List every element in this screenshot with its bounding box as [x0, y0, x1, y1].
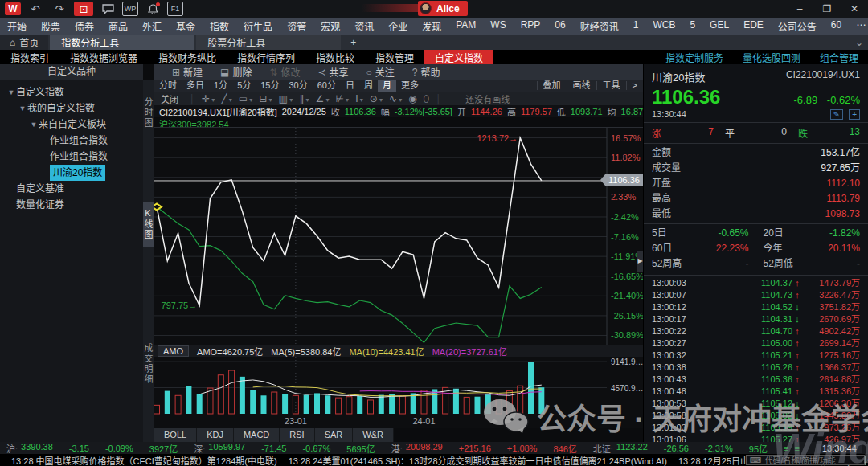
menu-item-发现[interactable]: 发现	[415, 19, 448, 33]
tree-node[interactable]: ▼自定义指数	[0, 84, 143, 100]
draw-tool-icon-5[interactable]: ∥ ▾	[299, 93, 309, 104]
menu-item-宏观[interactable]: 宏观	[313, 19, 347, 33]
draw-tool-icon-10[interactable]: ∿ ▾	[389, 93, 402, 104]
chart-action->[interactable]: >	[626, 81, 643, 90]
menu-right-item-PAM[interactable]: PAM	[448, 19, 483, 33]
tree-node[interactable]: 作业组合指数	[0, 149, 143, 165]
tree-node[interactable]: 自定义基准	[0, 181, 143, 197]
menu-right-item-1[interactable]: 1	[626, 19, 646, 33]
notification-bell-icon[interactable]	[143, 2, 162, 16]
tree-expand-icon[interactable]: ▼	[29, 117, 39, 133]
drawing-close-button[interactable]: 关闭	[161, 92, 178, 105]
menu-item-企业[interactable]: 企业	[381, 19, 415, 33]
toolbar-button-关注[interactable]: ○关注	[366, 65, 395, 79]
tree-node[interactable]: 作业组合指数	[0, 133, 143, 149]
f1-help-icon[interactable]: F1	[167, 2, 183, 16]
screenshot-crop-icon[interactable]: ⊡	[74, 2, 93, 16]
menu-item-衍生品[interactable]: 衍生品	[236, 19, 280, 33]
menu-item-资讯[interactable]: 资讯	[347, 19, 381, 33]
submenu-link-量化选股回测[interactable]: 量化选股回测	[733, 51, 810, 64]
indicator-tab-MACD[interactable]: MACD	[234, 428, 280, 442]
period-button-多日[interactable]: 多日	[182, 80, 209, 92]
tree-expand-icon[interactable]: ▼	[6, 84, 16, 100]
submenu-item-active[interactable]: 自定义指数	[424, 50, 493, 64]
menu-right-item-公司公告[interactable]: 公司公告	[771, 19, 824, 33]
tree-node[interactable]: 川渝20指数	[0, 165, 143, 181]
period-button-1分[interactable]: 1分	[209, 80, 232, 92]
menu-right-item-GEL[interactable]: GEL	[702, 19, 736, 33]
submenu-item-指数管理[interactable]: 指数管理	[365, 50, 424, 64]
draw-tool-icon-12[interactable]: ⬯	[424, 93, 430, 104]
edit-icon[interactable]: ✎	[830, 109, 843, 120]
menu-right-item-WS[interactable]: WS	[483, 19, 513, 33]
menu-right-item-06[interactable]: 06	[547, 19, 572, 33]
chart-action-工具[interactable]: 工具	[596, 81, 626, 90]
menu-item-商品[interactable]: 商品	[101, 19, 135, 33]
submenu-link-组合管理[interactable]: 组合管理	[810, 51, 868, 64]
chat-icon[interactable]	[98, 2, 117, 16]
menu-right-item-⋯[interactable]: ⋯	[849, 19, 868, 33]
tab-trade-detail[interactable]: 成交明细	[143, 338, 154, 390]
draw-tool-icon-1[interactable]: ╱ ▾	[221, 93, 231, 104]
tree-node[interactable]: ▼来自自定义板块	[0, 117, 143, 133]
list-icons[interactable]: ≡ ≡	[784, 444, 801, 453]
draw-tool-icon-11[interactable]: ◉	[408, 93, 416, 104]
news-item[interactable]: 13:28 24美置01(241465.SH)：13时28分成交到期收益率较前一…	[289, 454, 667, 466]
indicator-tab-W&R[interactable]: W&R	[353, 428, 394, 442]
indicator-tab-SAR[interactable]: SAR	[315, 428, 354, 442]
submenu-item-指数数据浏览器[interactable]: 指数数据浏览器	[59, 50, 148, 64]
menu-item-基金[interactable]: 基金	[169, 19, 203, 33]
tick-list[interactable]: 13:00:031104.37↑1473.79万13:00:071104.73↑…	[644, 276, 868, 460]
workspace-tab-股票分析工具[interactable]: 股票分析工具	[196, 35, 341, 50]
submenu-item-指数索引[interactable]: 指数索引	[0, 50, 59, 64]
period-button-5分[interactable]: 5分	[232, 80, 256, 92]
toolbar-button-删除[interactable]: ⬓删除	[220, 65, 252, 79]
close-button[interactable]: ✕	[841, 0, 868, 18]
draw-tool-icon-3[interactable]: ⊟ ▾	[259, 93, 272, 104]
tree-node[interactable]: 数量化证券	[0, 197, 143, 213]
draw-tool-icon-2[interactable]: ▭ ▾	[239, 93, 253, 104]
indicator-tab-KDJ[interactable]: KDJ	[197, 428, 234, 442]
menu-item-外汇[interactable]: 外汇	[135, 19, 169, 33]
submenu-item-指数行情序列[interactable]: 指数行情序列	[227, 50, 305, 64]
draw-tool-icon-8[interactable]: I ▾	[355, 93, 363, 104]
period-button-月[interactable]: 月	[378, 80, 396, 92]
menu-right-item-5[interactable]: 5	[682, 19, 702, 33]
menu-item-债券[interactable]: 债券	[68, 19, 101, 33]
add-icon[interactable]: +	[849, 109, 860, 120]
tab-kline-chart[interactable]: K线图	[143, 202, 154, 247]
tree-node[interactable]: ▼我的自定义指数	[0, 100, 143, 117]
tree-expand-icon[interactable]: ▼	[18, 100, 27, 117]
submenu-item-指数财务纵比[interactable]: 指数财务纵比	[148, 50, 227, 64]
toolbar-button-共享[interactable]: ≺共享	[318, 65, 349, 79]
volume-chart[interactable]: 9141.9…4570.9…23-0124-01	[154, 357, 643, 428]
panel-splitter-handle[interactable]: ▶	[637, 251, 643, 272]
menu-right-item-WCB[interactable]: WCB	[645, 19, 682, 33]
period-button-分时[interactable]: 分时	[154, 80, 182, 92]
period-button-日[interactable]: 日	[341, 80, 359, 92]
tab-intraday-chart[interactable]: 分时图	[143, 92, 154, 133]
chart-action-叠加[interactable]: 叠加	[537, 81, 567, 90]
news-item[interactable]: 13:28 中国电煤采购价格指数（CECI曹妃甸指数）第1284期(中电联)	[11, 454, 277, 466]
submenu-item-指数比较[interactable]: 指数比较	[305, 50, 365, 64]
draw-tool-icon-4[interactable]: ▥ ▾	[279, 93, 293, 104]
code-search-box[interactable]: ⌨ 代码/名称/简拼/功能	[746, 455, 865, 465]
undo-icon[interactable]: ↶	[26, 2, 45, 16]
menu-item-股票[interactable]: 股票	[34, 19, 68, 33]
period-button-更多[interactable]: 更多	[396, 80, 424, 92]
add-tab-button[interactable]: +	[341, 35, 366, 50]
main-chart[interactable]: 16.57%11.82%7.08%2.33%-2.42%-7.16%-11.91…	[154, 127, 643, 345]
wp-icon[interactable]: WP	[122, 2, 138, 16]
period-button-15分[interactable]: 15分	[256, 80, 284, 92]
toolbar-button-新建[interactable]: ⊞新建	[172, 65, 203, 79]
period-button-周[interactable]: 周	[359, 80, 378, 92]
submenu-link-指数定制服务[interactable]: 指数定制服务	[656, 51, 733, 64]
maximize-button[interactable]: ❐	[813, 0, 841, 18]
menu-right-item-RPP[interactable]: RPP	[514, 19, 548, 33]
menu-item-指数[interactable]: 指数	[203, 19, 236, 33]
chevron-down-icon[interactable]: ⌄	[855, 35, 863, 50]
period-button-60分[interactable]: 60分	[313, 80, 341, 92]
draw-tool-icon-9[interactable]: ⊙ ▾	[370, 93, 383, 104]
toolbar-button-帮助[interactable]: ?帮助	[412, 65, 440, 79]
menu-item-资管[interactable]: 资管	[280, 19, 313, 33]
